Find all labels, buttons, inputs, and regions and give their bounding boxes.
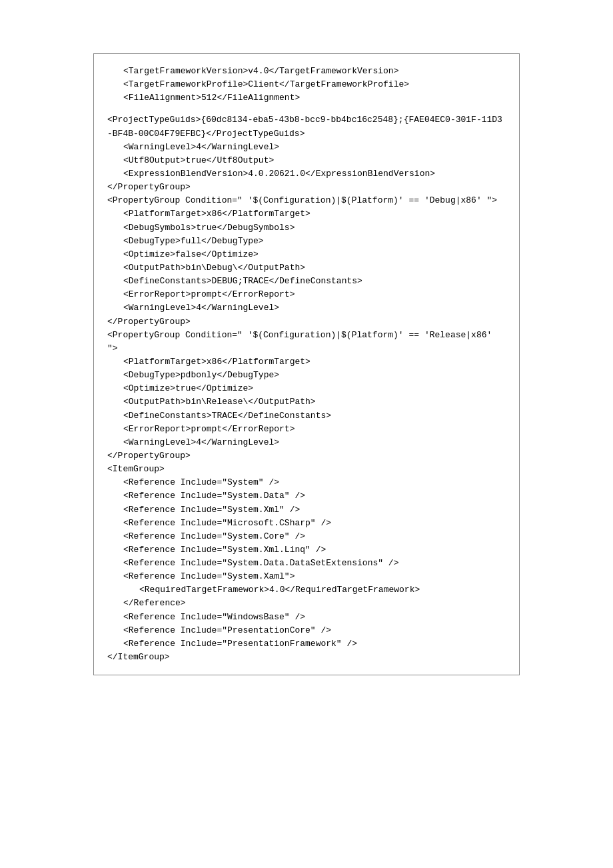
code-line: <ErrorReport>prompt</ErrorReport> <box>107 288 506 301</box>
code-line: <ErrorReport>prompt</ErrorReport> <box>107 423 506 436</box>
code-line: <Reference Include="PresentationCore" /> <box>107 624 506 637</box>
code-line: <PlatformTarget>x86</PlatformTarget> <box>107 207 506 221</box>
code-line: <WarningLevel>4</WarningLevel> <box>107 436 506 449</box>
code-line: <DefineConstants>TRACE</DefineConstants> <box>107 409 506 423</box>
code-line: </PropertyGroup> <box>107 181 506 194</box>
code-line: <WarningLevel>4</WarningLevel> <box>107 141 506 154</box>
code-line: <FileAlignment>512</FileAlignment> <box>107 91 506 105</box>
code-line: <TargetFrameworkProfile>Client</TargetFr… <box>107 78 506 91</box>
code-line: <Utf8Output>true</Utf8Output> <box>107 154 506 167</box>
code-line: <DebugType>full</DebugType> <box>107 235 506 248</box>
code-line: <RequiredTargetFramework>4.0</RequiredTa… <box>107 583 506 597</box>
blank-line <box>107 105 506 113</box>
code-line: <TargetFrameworkVersion>v4.0</TargetFram… <box>107 65 506 78</box>
code-line: <Reference Include="WindowsBase" /> <box>107 611 506 624</box>
code-block: <TargetFrameworkVersion>v4.0</TargetFram… <box>93 53 520 675</box>
code-line: <ProjectTypeGuids>{60dc8134-eba5-43b8-bc… <box>107 113 506 140</box>
code-line: </PropertyGroup> <box>107 315 506 329</box>
code-line: </PropertyGroup> <box>107 449 506 463</box>
code-line: <Optimize>false</Optimize> <box>107 248 506 261</box>
code-line: <Reference Include="System.Xml" /> <box>107 503 506 517</box>
code-line: <WarningLevel>4</WarningLevel> <box>107 301 506 315</box>
code-line: <Reference Include="System.Data.DataSetE… <box>107 557 506 570</box>
code-line: <PropertyGroup Condition=" '$(Configurat… <box>107 194 506 207</box>
code-line: <ItemGroup> <box>107 463 506 476</box>
code-line: <DebugSymbols>true</DebugSymbols> <box>107 221 506 235</box>
code-line: <Reference Include="Microsoft.CSharp" /> <box>107 517 506 530</box>
code-line: <Reference Include="System.Xml.Linq" /> <box>107 543 506 557</box>
code-line: <DebugType>pdbonly</DebugType> <box>107 369 506 382</box>
code-line: <PlatformTarget>x86</PlatformTarget> <box>107 355 506 369</box>
code-line: <OutputPath>bin\Debug\</OutputPath> <box>107 261 506 275</box>
code-line: <ExpressionBlendVersion>4.0.20621.0</Exp… <box>107 167 506 181</box>
code-line: <Reference Include="System.Core" /> <box>107 530 506 543</box>
code-line: </ItemGroup> <box>107 651 506 664</box>
code-line: <Reference Include="PresentationFramewor… <box>107 637 506 651</box>
code-line: <DefineConstants>DEBUG;TRACE</DefineCons… <box>107 275 506 288</box>
code-line: <Reference Include="System" /> <box>107 476 506 489</box>
code-line: <Reference Include="System.Xaml"> <box>107 570 506 583</box>
code-line: <Optimize>true</Optimize> <box>107 382 506 395</box>
code-line: <Reference Include="System.Data" /> <box>107 489 506 503</box>
code-line: </Reference> <box>107 597 506 610</box>
code-line: <PropertyGroup Condition=" '$(Configurat… <box>107 329 506 355</box>
code-line: <OutputPath>bin\Release\</OutputPath> <box>107 395 506 409</box>
